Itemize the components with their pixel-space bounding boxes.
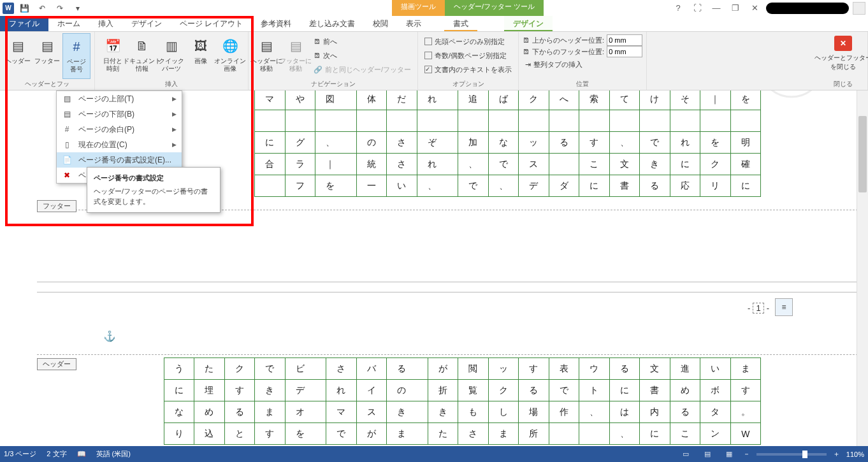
align-tab-button[interactable]: ⇥ 整列タブの挿入 <box>523 57 642 71</box>
genkou-cell: を <box>730 90 762 110</box>
save-button[interactable]: 💾 <box>17 2 32 15</box>
menu-page-bottom[interactable]: ▤ページの下部(B)▶ <box>57 106 182 122</box>
genkou-cell <box>315 110 346 132</box>
page-number-field[interactable]: - 1 - <box>748 303 769 314</box>
genkou-cell: ラ <box>285 153 316 175</box>
quickparts-button[interactable]: ▥クイック パーツ <box>157 33 185 79</box>
genkou-cell: め <box>194 401 225 423</box>
online-picture-button[interactable]: 🌐オンライン 画像 <box>216 33 244 79</box>
status-proofing-icon[interactable]: 📖 <box>77 450 86 458</box>
tab-view[interactable]: 表示 <box>397 16 430 31</box>
tab-review[interactable]: 校閲 <box>364 16 397 31</box>
genkou-cell: ッ <box>488 357 519 380</box>
tab-insert[interactable]: 挿入 <box>89 16 122 31</box>
menu-format-page-numbers[interactable]: 📄ページ番号の書式設定(E)... <box>57 152 182 168</box>
status-words[interactable]: 2 文字 <box>47 449 66 459</box>
genkou-cell <box>386 110 417 132</box>
tab-references[interactable]: 参考資料 <box>252 16 300 31</box>
tab-format[interactable]: 書式 <box>444 16 477 31</box>
genkou-cell <box>254 175 286 197</box>
status-page[interactable]: 1/3 ページ <box>4 449 36 459</box>
status-language[interactable]: 英語 (米国) <box>96 449 131 459</box>
genkou-cell: 追 <box>458 90 489 110</box>
header-region-label: ヘッダー <box>37 358 76 370</box>
redo-button[interactable]: ↷ <box>52 2 68 15</box>
docinfo-button[interactable]: 🗎ドキュメント 情報 <box>128 33 156 79</box>
group-position: 位置 <box>523 80 642 90</box>
genkou-cell <box>458 110 489 132</box>
restore-button[interactable]: ❐ <box>728 2 743 15</box>
zoom-slider[interactable] <box>756 453 827 456</box>
ribbon-display-options[interactable]: ⛶ <box>690 2 705 15</box>
view-read-mode[interactable]: ▭ <box>678 449 693 460</box>
zoom-in[interactable]: ＋ <box>833 449 840 459</box>
menu-page-margin[interactable]: #ページの余白(P)▶ <box>57 122 182 137</box>
footer-from-bottom[interactable]: 🖺 下からのフッター位置: <box>523 46 642 57</box>
opt-odd-even[interactable]: 奇数/偶数ページ別指定 <box>422 48 514 62</box>
genkou-cell: だ <box>386 90 417 110</box>
word-icon: W <box>3 3 14 14</box>
footer-button[interactable]: ▤フッター <box>33 33 61 79</box>
picture-button[interactable]: 🖼画像 <box>187 33 215 79</box>
zoom-level[interactable]: 110% <box>846 451 864 458</box>
page-number-button[interactable]: #ページ 番号 <box>62 33 90 79</box>
genkou-cell: す <box>730 379 762 401</box>
view-print-layout[interactable]: ▤ <box>700 449 715 460</box>
genkou-cell: バ <box>356 357 387 380</box>
genkou-cell: ま <box>254 401 286 423</box>
group-options: オプション <box>422 80 514 90</box>
genkou-cell <box>285 110 316 132</box>
genkou-cell <box>670 110 701 132</box>
help-button[interactable]: ? <box>670 2 686 15</box>
genkou-cell: と <box>224 422 256 445</box>
close-headerfooter-button[interactable]: ✕ ヘッダーとフッター を閉じる <box>823 33 864 71</box>
minimize-button[interactable]: — <box>709 2 724 15</box>
user-avatar[interactable] <box>853 2 865 15</box>
tab-home[interactable]: ホーム <box>48 16 89 31</box>
tab-mailings[interactable]: 差し込み文書 <box>300 16 364 31</box>
tab-hf-design[interactable]: デザイン <box>504 16 553 31</box>
genkou-cell <box>549 153 580 175</box>
menu-page-top[interactable]: ▤ページの上部(T)▶ <box>57 91 182 106</box>
menu-current-position[interactable]: ▯現在の位置(C)▶ <box>57 137 182 152</box>
genkou-cell: や <box>285 90 316 110</box>
view-web-layout[interactable]: ▦ <box>721 449 737 460</box>
zoom-out[interactable]: － <box>743 449 750 459</box>
goto-header-button[interactable]: ▤ヘッダーに 移動 <box>252 33 280 79</box>
user-account[interactable] <box>766 3 849 14</box>
header-button[interactable]: ▤ヘッダー <box>4 33 32 79</box>
genkou-cell: の <box>356 131 387 154</box>
opt-show-text[interactable]: 文書内のテキストを表示 <box>422 62 514 76</box>
genkou-cell: き <box>254 379 286 401</box>
genkou-cell: ッ <box>518 131 549 154</box>
genkou-cell: 作 <box>549 401 580 423</box>
tab-design[interactable]: デザイン <box>122 16 171 31</box>
genkou-cell: 表 <box>549 357 580 380</box>
close-window-button[interactable]: ✕ <box>747 2 762 15</box>
genkou-cell: で <box>326 422 357 445</box>
genkou-cell: ば <box>488 90 519 110</box>
tab-file[interactable]: ファイル <box>0 16 48 31</box>
genkou-cell: る <box>609 357 640 380</box>
genkou-cell: る <box>224 401 256 423</box>
vertical-scrollbar[interactable] <box>857 90 868 446</box>
qat-customize[interactable]: ▾ <box>70 2 85 15</box>
svg-point-0 <box>760 90 823 97</box>
genkou-cell: す <box>579 131 610 154</box>
layout-options-icon[interactable]: ≡ <box>775 298 793 316</box>
genkou-cell <box>700 110 731 132</box>
genkou-cell: 文 <box>639 357 670 380</box>
genkou-cell: ま <box>730 357 762 380</box>
header-from-top[interactable]: 🖺 上からのヘッダー位置: <box>523 34 642 46</box>
opt-first-page[interactable]: 先頭ページのみ別指定 <box>422 34 514 48</box>
tab-page-layout[interactable]: ページ レイアウト <box>171 16 252 31</box>
genkou-cell <box>315 357 326 380</box>
genkou-cell <box>730 110 762 132</box>
genkou-cell <box>488 110 519 132</box>
undo-button[interactable]: ↶ <box>34 2 50 15</box>
genkou-cell: グ <box>285 131 316 154</box>
next-section-button[interactable]: 🖺 次へ <box>311 48 414 62</box>
previous-section-button[interactable]: 🖺 前へ <box>311 34 414 48</box>
genkou-cell: 埋 <box>194 379 225 401</box>
genkou-cell: き <box>428 401 459 423</box>
